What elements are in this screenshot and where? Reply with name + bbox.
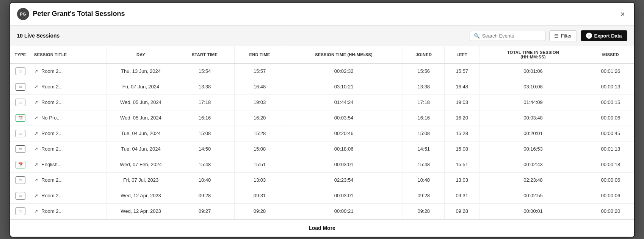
table-row: ▭➚Room 2...Tue, 04 Jun, 202414:5015:0800…: [10, 141, 634, 157]
table-row: ▭➚Room 2...Thu, 13 Jun, 202415:5415:5700…: [10, 63, 634, 79]
cell-total-time: 00:20:01: [479, 126, 587, 141]
cell-total-time: 03:10:08: [479, 79, 587, 94]
cell-joined: 14:51: [403, 141, 445, 157]
cell-end: 19:03: [235, 94, 285, 110]
table-row: ▭➚Room 2...Wed, 12 Apr, 202309:2709:2800…: [10, 203, 634, 219]
cell-session-time: 02:23:54: [285, 172, 403, 188]
session-title-text: Room 2...: [41, 146, 63, 152]
export-label: Export Data: [594, 33, 622, 39]
cell-end: 09:31: [235, 188, 285, 203]
monitor-icon: ▭: [16, 145, 25, 153]
cell-joined: 09:28: [403, 188, 445, 203]
export-button[interactable]: i Export Data: [581, 30, 627, 41]
session-title-text: No Pro...: [41, 115, 61, 121]
col-type: TYPE: [10, 46, 31, 63]
cell-joined: 15:56: [403, 63, 445, 79]
cell-day: Wed, 07 Feb, 2024: [107, 157, 175, 172]
cell-left: 16:48: [445, 79, 479, 94]
cell-type: ▭: [10, 94, 31, 110]
filter-button[interactable]: ☰ Filter: [549, 30, 577, 41]
col-joined: JOINED: [403, 46, 445, 63]
col-missed: MISSED: [587, 46, 634, 63]
cell-session-title: ➚Room 2...: [31, 203, 107, 219]
cell-end: 15:51: [235, 157, 285, 172]
external-link-icon[interactable]: ➚: [34, 177, 38, 183]
cell-session-title: ➚Room 2...: [31, 79, 107, 94]
session-title-text: Room 2...: [41, 208, 63, 214]
cell-missed: 00:01:13: [587, 141, 634, 157]
cell-session-time: 00:20:46: [285, 126, 403, 141]
load-more-row: Load More: [10, 219, 634, 236]
cell-session-title: ➚No Pro...: [31, 110, 107, 126]
load-more-button[interactable]: Load More: [309, 225, 335, 231]
session-title-text: English...: [41, 162, 61, 167]
toolbar: 10 Live Sessions 🔍 ☰ Filter i Export Dat…: [10, 26, 634, 46]
cell-missed: 00:00:13: [587, 79, 634, 94]
external-link-icon[interactable]: ➚: [34, 68, 38, 74]
cell-start: 09:27: [175, 203, 235, 219]
cell-joined: 17:18: [403, 94, 445, 110]
col-start-time: START TIME: [175, 46, 235, 63]
cell-type: ▭: [10, 203, 31, 219]
cell-start: 15:54: [175, 63, 235, 79]
cell-start: 13:38: [175, 79, 235, 94]
cell-day: Wed, 12 Apr, 2023: [107, 188, 175, 203]
cell-day: Thu, 13 Jun, 2024: [107, 63, 175, 79]
cell-total-time: 01:44:09: [479, 94, 587, 110]
cell-type: ▭: [10, 141, 31, 157]
cell-missed: 00:00:20: [587, 203, 634, 219]
cell-total-time: 00:00:01: [479, 203, 587, 219]
external-link-icon[interactable]: ➚: [34, 162, 38, 167]
avatar: PG: [17, 8, 29, 20]
external-link-icon[interactable]: ➚: [34, 193, 38, 198]
cell-left: 19:03: [445, 94, 479, 110]
cell-session-title: ➚Room 2...: [31, 141, 107, 157]
cell-type: 📅: [10, 157, 31, 172]
cell-joined: 16:16: [403, 110, 445, 126]
filter-icon: ☰: [554, 33, 559, 39]
cell-type: ▭: [10, 188, 31, 203]
calendar-icon: 📅: [16, 161, 25, 168]
external-link-icon[interactable]: ➚: [34, 115, 38, 121]
info-icon: i: [586, 33, 592, 39]
col-session-time: SESSION TIME (HH:MM:SS): [285, 46, 403, 63]
table-wrapper: TYPE SESSION TITLE DAY START TIME END TI…: [10, 46, 634, 219]
table-row: ▭➚Room 2...Fri, 07 Jul, 202310:4013:0302…: [10, 172, 634, 188]
cell-start: 15:08: [175, 126, 235, 141]
monitor-icon: ▭: [16, 176, 25, 184]
external-link-icon[interactable]: ➚: [34, 131, 38, 136]
monitor-icon: ▭: [16, 192, 25, 200]
cell-session-time: 00:03:01: [285, 188, 403, 203]
cell-session-title: ➚English...: [31, 157, 107, 172]
cell-total-time: 00:02:43: [479, 157, 587, 172]
search-input[interactable]: [482, 33, 541, 39]
cell-session-time: 03:10:21: [285, 79, 403, 94]
cell-type: 📅: [10, 110, 31, 126]
cell-session-time: 00:00:21: [285, 203, 403, 219]
cell-joined: 15:48: [403, 157, 445, 172]
cell-day: Wed, 05 Jun, 2024: [107, 94, 175, 110]
cell-missed: 00:00:06: [587, 172, 634, 188]
cell-total-time: 00:01:06: [479, 63, 587, 79]
session-title-text: Room 2...: [41, 131, 63, 136]
cell-total-time: 00:02:55: [479, 188, 587, 203]
cell-type: ▭: [10, 79, 31, 94]
cell-end: 16:20: [235, 110, 285, 126]
table-row: ▭➚Room 2...Fri, 07 Jun, 202413:3816:4803…: [10, 79, 634, 94]
cell-session-title: ➚Room 2...: [31, 94, 107, 110]
cell-total-time: 00:16:53: [479, 141, 587, 157]
external-link-icon[interactable]: ➚: [34, 84, 38, 90]
cell-end: 13:03: [235, 172, 285, 188]
cell-left: 16:20: [445, 110, 479, 126]
cell-day: Wed, 05 Jun, 2024: [107, 110, 175, 126]
cell-session-title: ➚Room 2...: [31, 188, 107, 203]
external-link-icon[interactable]: ➚: [34, 146, 38, 152]
external-link-icon[interactable]: ➚: [34, 208, 38, 214]
close-button[interactable]: ×: [618, 9, 627, 19]
cell-day: Tue, 04 Jun, 2024: [107, 141, 175, 157]
cell-session-time: 00:03:01: [285, 157, 403, 172]
cell-type: ▭: [10, 63, 31, 79]
external-link-icon[interactable]: ➚: [34, 99, 38, 105]
table-row: ▭➚Room 2...Wed, 12 Apr, 202309:2809:3100…: [10, 188, 634, 203]
cell-type: ▭: [10, 126, 31, 141]
